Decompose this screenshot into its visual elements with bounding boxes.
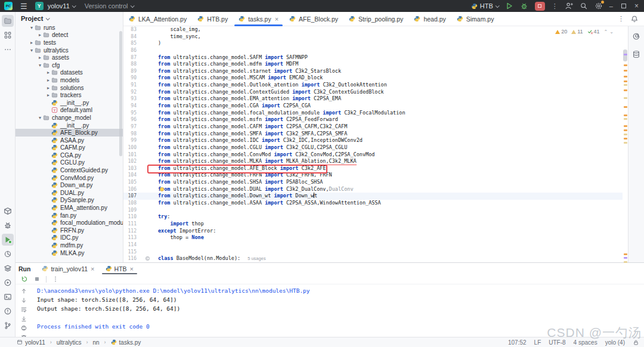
gutter[interactable] [137, 207, 158, 214]
code-line-94[interactable]: 94from ultralytics.change_model.CGA impo… [123, 103, 623, 110]
run-icon[interactable] [2, 234, 14, 246]
inspections-widget[interactable]: 20 11 41 ⌃⌄ [553, 28, 618, 35]
breadcrumb-tasks.py[interactable]: tasks.py [111, 339, 141, 346]
tree-item-assets[interactable]: ▸assets [16, 54, 123, 61]
line-number[interactable]: 110 [123, 213, 137, 221]
editor-tab-head.py[interactable]: head.py [408, 12, 451, 26]
status-item-LF[interactable]: LF [534, 339, 541, 346]
code-line-110[interactable]: 110try: [123, 213, 623, 221]
tree-item-MLKA.py[interactable]: MLKA.py [16, 249, 123, 257]
line-number[interactable]: 90 [123, 75, 137, 82]
line-number[interactable]: 104 [123, 172, 137, 179]
gutter[interactable] [137, 33, 158, 41]
scrollbar-thumb[interactable] [623, 49, 627, 61]
tree-item-ConvMod.py[interactable]: ConvMod.py [16, 174, 123, 182]
line-number[interactable]: 86 [123, 47, 137, 54]
bug-icon[interactable] [2, 219, 14, 231]
tree-item-AFE_Block.py[interactable]: AFE_Block.py [16, 129, 123, 137]
editor-tab-Simam.py[interactable]: Simam.py [451, 12, 500, 26]
database-icon[interactable] [631, 49, 642, 60]
more-horizontal-icon[interactable] [2, 44, 14, 55]
printer-icon[interactable] [20, 324, 27, 331]
code-line-92[interactable]: 92from ultralytics.change_model.ContextG… [123, 89, 623, 96]
layers-icon[interactable] [2, 262, 14, 274]
project-selector[interactable]: yolov11 [48, 2, 75, 10]
tree-item-DUAL.py[interactable]: DUAL.py [16, 189, 123, 197]
tree-item-__init__.py[interactable]: __init__.py [16, 122, 123, 129]
gutter[interactable] [137, 151, 158, 159]
close-icon[interactable]: × [130, 265, 134, 272]
code-line-98[interactable]: 98from ultralytics.change_model.SMFA imp… [123, 131, 623, 138]
gutter[interactable] [137, 131, 158, 138]
gutter[interactable] [137, 95, 158, 103]
debug-button[interactable] [520, 2, 528, 10]
line-number[interactable]: 83 [123, 26, 137, 33]
tree-item-CGLU.py[interactable]: CGLU.py [16, 159, 123, 167]
gutter[interactable] [137, 144, 158, 151]
code-line-116[interactable]: 116class BaseModel(nn.Module):5 usages [123, 255, 623, 262]
line-number[interactable]: 93 [123, 95, 137, 103]
line-number[interactable]: 87 [123, 54, 137, 61]
stop-small-icon[interactable] [33, 275, 41, 283]
editor-tab-AFE_Block.py[interactable]: AFE_Block.py [284, 12, 343, 26]
code-line-88[interactable]: 88from ultralytics.change_model.mdfm imp… [123, 61, 623, 68]
tree-chevron[interactable]: ▾ [37, 63, 43, 68]
search-everywhere-button[interactable] [580, 2, 588, 10]
line-number[interactable]: 95 [123, 110, 137, 117]
vcs-widget[interactable]: Version control [85, 2, 134, 10]
gutter[interactable] [137, 75, 158, 82]
services-icon[interactable] [2, 248, 14, 260]
editor-tab-tasks.py[interactable]: tasks.py× [233, 12, 284, 26]
console-output[interactable]: D:\anaconda3\envs\yolo\python.exe D:\mod… [32, 284, 644, 337]
line-number[interactable]: 92 [123, 89, 137, 96]
close-icon[interactable]: × [275, 16, 278, 23]
tree-item-EMA_attention.py[interactable]: EMA_attention.py [16, 204, 123, 212]
gutter[interactable] [137, 26, 158, 33]
lock-icon[interactable] [633, 339, 639, 346]
gutter[interactable] [137, 123, 158, 131]
code-line-99[interactable]: 99from ultralytics.change_model.IDC impo… [123, 137, 623, 144]
tree-chevron[interactable]: ▸ [45, 78, 51, 83]
ai-assistant-icon[interactable] [631, 31, 642, 42]
tree-item-detect[interactable]: ▸detect [16, 32, 123, 39]
status-item-4-spaces[interactable]: 4 spaces [574, 339, 597, 346]
stop-button[interactable] [535, 2, 545, 11]
line-number[interactable]: 105 [123, 179, 137, 186]
profiler-icon[interactable] [2, 277, 14, 289]
breadcrumb-nn[interactable]: nn [92, 339, 99, 346]
tree-item-FRFN.py[interactable]: FRFN.py [16, 227, 123, 234]
tree-item-default.yaml[interactable]: Ydefault.yaml [16, 107, 123, 114]
line-number[interactable]: 98 [123, 131, 137, 138]
code-line-83[interactable]: 83 scale_img, [123, 26, 623, 33]
line-number[interactable]: 94 [123, 103, 137, 110]
gutter[interactable] [137, 241, 158, 249]
run-config-selector[interactable]: HTB [471, 2, 499, 10]
minimize-button[interactable]: – [609, 3, 613, 10]
scroll-end-icon[interactable] [20, 315, 27, 323]
tree-chevron[interactable]: ▸ [45, 85, 51, 91]
gutter[interactable] [137, 158, 158, 165]
line-number[interactable]: 108 [123, 200, 137, 207]
code-line-108[interactable]: 108from ultralytics.change_model.ASAA im… [123, 200, 623, 207]
tree-scrollbar[interactable] [119, 31, 122, 156]
folder-icon[interactable] [2, 15, 14, 27]
code-line-112[interactable]: 112except ImportError: [123, 228, 623, 235]
code-line-96[interactable]: 96from ultralytics.change_model.msfn imp… [123, 116, 623, 123]
code-line-100[interactable]: 100from ultralytics.change_model.CGLU im… [123, 144, 623, 151]
line-number[interactable]: 103 [123, 165, 137, 172]
tree-item-ContextGuided.py[interactable]: ContextGuided.py [16, 166, 123, 174]
tree-chevron[interactable]: ▸ [37, 32, 43, 38]
tree-item-solutions[interactable]: ▸solutions [16, 84, 123, 92]
line-number[interactable]: 84 [123, 33, 137, 41]
line-number[interactable]: 116 [123, 255, 137, 262]
gutter[interactable] [137, 110, 158, 117]
gutter[interactable] [137, 165, 158, 172]
run-tab-HTB[interactable]: HTB× [100, 263, 139, 274]
status-item-UTF-8[interactable]: UTF-8 [549, 339, 565, 346]
line-number[interactable]: 109 [123, 207, 137, 214]
line-number[interactable]: 91 [123, 82, 137, 89]
run-tab-train_yolov11[interactable]: train_yolov11× [36, 263, 100, 274]
notifications-button[interactable] [630, 15, 639, 23]
tree-item-fan.py[interactable]: fan.py [16, 212, 123, 219]
code-line-109[interactable]: 109 [123, 207, 623, 214]
